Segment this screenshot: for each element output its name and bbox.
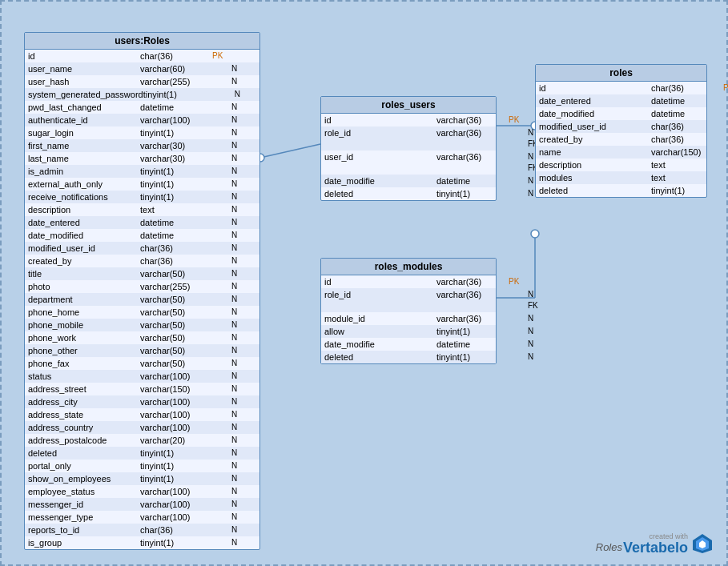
col-name: department (28, 294, 140, 305)
col-type: char(36) (140, 243, 212, 254)
col-name: status (28, 371, 140, 382)
col-pk (212, 345, 231, 356)
col-name: name (539, 147, 651, 158)
col-name: last_name (28, 153, 140, 164)
col-pk (723, 172, 728, 183)
col-type: char(36) (651, 134, 723, 145)
col-null: N (231, 191, 243, 203)
col-name: first_name (28, 140, 140, 151)
col-null: N (231, 268, 243, 279)
table-row: date_entereddatetimeN (25, 216, 259, 229)
table-row: deletedtinyint(1)N (321, 351, 496, 363)
table-row: pwd_last_changeddatetimeN (25, 101, 259, 114)
col-pk (212, 140, 231, 151)
col-name: address_country (28, 422, 140, 433)
col-pk: PK (212, 50, 231, 62)
col-name: date_modifie (324, 175, 436, 187)
col-pk (212, 486, 231, 497)
table-row: user_idvarchar(36)N FK (321, 151, 496, 175)
diagram-canvas: users:Roles idchar(36)PKuser_namevarchar… (0, 0, 728, 566)
table-row: date_entereddatetimeN (536, 94, 706, 107)
col-null: N (231, 63, 243, 74)
col-pk (212, 460, 231, 472)
col-pk (212, 409, 231, 420)
table-row: address_statevarchar(100)N (25, 408, 259, 421)
col-pk (723, 134, 728, 145)
col-null: N (231, 307, 243, 318)
col-type: varchar(20) (140, 435, 212, 446)
col-type: datetime (651, 95, 723, 106)
col-type: datetime (140, 102, 212, 113)
col-pk (212, 383, 231, 395)
roles-table: roles idchar(36)PKdate_entereddatetimeNd… (535, 64, 707, 198)
col-type: text (651, 172, 723, 183)
col-name: receive_notifications (28, 191, 140, 203)
col-name: external_auth_only (28, 179, 140, 190)
col-name: address_street (28, 383, 140, 395)
col-null: N (231, 76, 243, 87)
table-row: descriptiontextN (536, 159, 706, 171)
col-null (528, 276, 539, 287)
col-pk (212, 217, 231, 228)
col-type: varchar(100) (140, 409, 212, 420)
table-row: idchar(36)PK (25, 50, 259, 62)
table-row: phone_workvarchar(50)N (25, 331, 259, 344)
table-row: allowtinyint(1)N (321, 325, 496, 338)
svg-point-6 (531, 230, 539, 238)
roles-users-table: roles_users idvarchar(36)PKrole_idvarcha… (320, 96, 497, 201)
col-pk (212, 204, 231, 215)
col-pk (509, 351, 528, 363)
col-type: varchar(50) (140, 358, 212, 369)
col-type: tinyint(1) (436, 326, 509, 337)
col-pk (212, 281, 231, 292)
table-row: photovarchar(255)N (25, 280, 259, 293)
col-type: varchar(30) (140, 140, 212, 151)
col-type: tinyint(1) (140, 166, 212, 177)
roles-modules-body: idvarchar(36)PKrole_idvarchar(36)N FKmod… (321, 275, 496, 363)
col-pk: PK (509, 276, 528, 287)
col-name: user_hash (28, 76, 140, 87)
col-name: created_by (28, 255, 140, 267)
table-row: authenticate_idvarchar(100)N (25, 114, 259, 126)
col-null: N (235, 89, 246, 100)
col-type: tinyint(1) (651, 185, 723, 196)
col-null: N (231, 435, 243, 446)
col-type: varchar(36) (436, 313, 509, 324)
col-name: title (28, 268, 140, 279)
col-type: tinyint(1) (140, 448, 212, 459)
col-null: N (231, 140, 243, 151)
table-row: receive_notificationstinyint(1)N (25, 191, 259, 203)
col-null: N (231, 332, 243, 343)
col-name: address_state (28, 409, 140, 420)
col-null: N (231, 499, 243, 510)
brand-label: Vertabelo (623, 540, 688, 555)
col-null: N (231, 319, 243, 331)
table-row: modified_user_idchar(36)N (25, 242, 259, 255)
table-row: created_bychar(36)N (536, 133, 706, 146)
col-type: tinyint(1) (140, 179, 212, 190)
col-pk: PK (723, 82, 728, 94)
col-type: char(36) (651, 82, 723, 94)
col-pk (212, 537, 231, 548)
col-pk (509, 289, 528, 311)
table-row: deletedtinyint(1)N (25, 447, 259, 460)
col-type: varchar(100) (140, 486, 212, 497)
table-row: first_namevarchar(30)N (25, 139, 259, 152)
col-pk (212, 127, 231, 138)
col-type: varchar(50) (140, 332, 212, 343)
col-pk (212, 524, 231, 536)
table-row: idchar(36)PK (536, 82, 706, 94)
col-pk: PK (509, 114, 528, 126)
col-null: N (231, 371, 243, 382)
col-type: datetime (140, 217, 212, 228)
table-row: address_streetvarchar(150)N (25, 383, 259, 395)
col-pk (509, 313, 528, 324)
col-name: date_entered (28, 217, 140, 228)
col-name: authenticate_id (28, 114, 140, 126)
col-null: N (231, 166, 243, 177)
table-row: idvarchar(36)PK (321, 114, 496, 126)
col-name: messenger_type (28, 512, 140, 523)
table-row: modulestextN (536, 171, 706, 184)
table-row: address_postalcodevarchar(20)N (25, 434, 259, 447)
col-pk (212, 191, 231, 203)
